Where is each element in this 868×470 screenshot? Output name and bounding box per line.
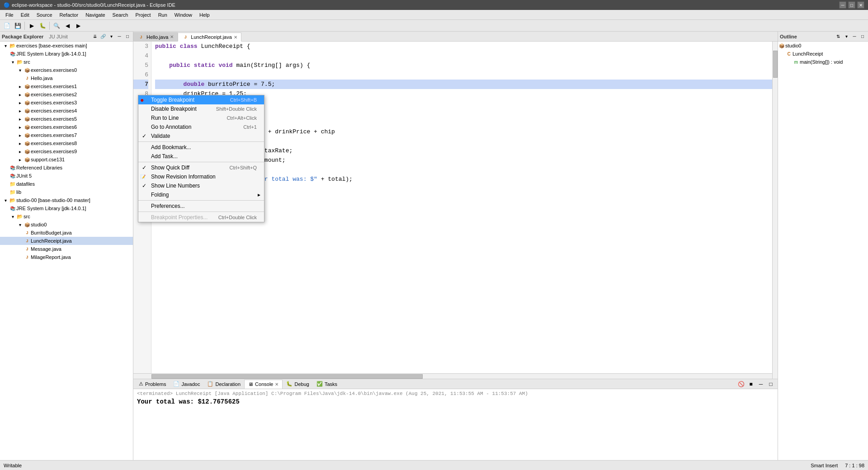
- tree-studio-jre[interactable]: 📚 JRE System Library [jdk-14.0.1]: [0, 204, 133, 212]
- context-menu-show-revision[interactable]: 📝 Show Revision Information: [138, 172, 264, 181]
- menu-project[interactable]: Project: [132, 11, 154, 19]
- toolbar-debug[interactable]: 🐛: [38, 21, 47, 31]
- expand-icon: ▸: [16, 107, 24, 114]
- close-hello-tab[interactable]: ✕: [170, 34, 174, 39]
- tab-debug[interactable]: 🐛 Debug: [283, 380, 312, 389]
- tree-ref-libraries[interactable]: 📚 Referenced Libraries: [0, 164, 133, 172]
- context-menu-show-line-numbers[interactable]: ✓ Show Line Numbers: [138, 181, 264, 190]
- minimize-button[interactable]: ─: [839, 1, 846, 9]
- code-line: [155, 51, 772, 61]
- tree-exercises6-pkg[interactable]: ▸ 📦 exercises.exercises6: [0, 123, 133, 131]
- outline-lunchreceipt-class[interactable]: C LunchReceipt: [778, 50, 868, 58]
- tree-exercises1-pkg[interactable]: ▸ 📦 exercises.exercises1: [0, 82, 133, 90]
- menu-run[interactable]: Run: [155, 11, 171, 19]
- tree-exercises-project[interactable]: ▾ exercises [base-exercises main]: [0, 42, 133, 50]
- close-lunchreceipt-tab[interactable]: ✕: [234, 35, 237, 40]
- tab-tasks[interactable]: ✅ Tasks: [313, 380, 341, 389]
- tree-exercises9-pkg[interactable]: ▸ 📦 exercises.exercises9: [0, 147, 133, 155]
- console-stop-btn[interactable]: ■: [746, 379, 756, 389]
- maximize-button[interactable]: □: [848, 1, 855, 9]
- outline-minimize-icon[interactable]: ─: [851, 33, 858, 40]
- menu-help[interactable]: Help: [196, 11, 213, 19]
- outline-menu-icon[interactable]: ▾: [843, 33, 850, 40]
- console-maximize-btn[interactable]: □: [766, 379, 776, 389]
- tree-exercises5-pkg[interactable]: ▸ 📦 exercises.exercises5: [0, 115, 133, 123]
- context-menu-add-bookmark[interactable]: Add Bookmark...: [138, 143, 264, 152]
- toolbar-search[interactable]: 🔍: [52, 21, 61, 31]
- context-menu-toggle-breakpoint[interactable]: ● Toggle Breakpoint Ctrl+Shift+B: [138, 95, 264, 104]
- window-title: eclipse-workspace - studio-00/src/studio…: [12, 2, 175, 8]
- context-menu-folding[interactable]: Folding ▸: [138, 190, 264, 199]
- context-menu-add-task[interactable]: Add Task...: [138, 152, 264, 161]
- vertical-scrollbar[interactable]: [772, 42, 778, 379]
- tree-lib[interactable]: lib: [0, 188, 133, 196]
- tree-exercises3-pkg[interactable]: ▸ 📦 exercises.exercises3: [0, 99, 133, 107]
- context-menu: ● Toggle Breakpoint Ctrl+Shift+B Disable…: [138, 95, 264, 222]
- tab-javadoc[interactable]: 📄 Javadoc: [170, 380, 203, 389]
- tree-studio-src[interactable]: ▾ src: [0, 212, 133, 221]
- outline-studio0[interactable]: 📦 studio0: [778, 42, 868, 50]
- package-explorer-panel: Package Explorer JU JUnit ⇊ 🔗 ▾ ─ □ ▾ ex…: [0, 32, 133, 460]
- tree-support-pkg[interactable]: ▸ 📦 support.cse131: [0, 155, 133, 164]
- console-terminated-text: <terminated> LunchReceipt [Java Applicat…: [137, 391, 774, 396]
- tree-exercises0-pkg[interactable]: ▾ 📦 exercises.exercises0: [0, 66, 133, 74]
- java-tab-icon: J: [137, 33, 145, 41]
- toolbar-forward[interactable]: ▶: [73, 21, 83, 31]
- panel-menu-icon[interactable]: ▾: [108, 33, 115, 40]
- tab-hello-java[interactable]: J Hello.java ✕: [133, 32, 178, 41]
- tree-milage-java[interactable]: J MilageReport.java: [0, 253, 133, 261]
- menu-search[interactable]: Search: [109, 11, 132, 19]
- tree-studio00-project[interactable]: ▾ studio-00 [base-studio-00 master]: [0, 196, 133, 204]
- toolbar-save[interactable]: 💾: [13, 21, 23, 31]
- close-button[interactable]: ✕: [857, 1, 864, 9]
- menu-file[interactable]: File: [2, 11, 17, 19]
- tree-exercises8-pkg[interactable]: ▸ 📦 exercises.exercises8: [0, 139, 133, 147]
- context-menu-show-quick-diff[interactable]: ✓ Show Quick Diff Ctrl+Shift+Q: [138, 163, 264, 172]
- menu-window[interactable]: Window: [171, 11, 196, 19]
- toolbar-run[interactable]: ▶: [27, 21, 37, 31]
- context-menu-validate[interactable]: ✓ Validate: [138, 132, 264, 141]
- tree-message-java[interactable]: J Message.java: [0, 245, 133, 253]
- outline-main-method[interactable]: m main(String[]) : void: [778, 58, 868, 66]
- menu-edit[interactable]: Edit: [17, 11, 33, 19]
- junit-tab[interactable]: JU JUnit: [49, 34, 68, 39]
- link-with-editor-icon[interactable]: 🔗: [99, 33, 107, 40]
- console-minimize-btn[interactable]: ─: [756, 379, 766, 389]
- outline-maximize-icon[interactable]: □: [859, 33, 866, 40]
- tree-hello-java[interactable]: J Hello.java: [0, 74, 133, 82]
- tab-problems[interactable]: ⚠ Problems: [135, 380, 170, 389]
- tree-exercises7-pkg[interactable]: ▸ 📦 exercises.exercises7: [0, 131, 133, 139]
- menu-navigate[interactable]: Navigate: [82, 11, 108, 19]
- collapse-all-icon[interactable]: ⇊: [91, 33, 99, 40]
- panel-minimize-icon[interactable]: ─: [116, 33, 123, 40]
- tree-budget-java[interactable]: J BurritoBudget.java: [0, 229, 133, 237]
- tree-exercises2-pkg[interactable]: ▸ 📦 exercises.exercises2: [0, 90, 133, 99]
- tab-lunchreceipt-java[interactable]: J LunchReceipt.java ✕: [178, 33, 241, 42]
- context-menu-disable-breakpoint[interactable]: Disable Breakpoint Shift+Double Click: [138, 104, 264, 113]
- tree-junit5[interactable]: 📚 JUnit 5: [0, 172, 133, 180]
- console-clear-btn[interactable]: 🚫: [736, 379, 746, 389]
- menu-source[interactable]: Source: [33, 11, 56, 19]
- tab-console[interactable]: 🖥 Console ✕: [244, 380, 283, 389]
- tree-studio0-pkg[interactable]: ▾ 📦 studio0: [0, 221, 133, 229]
- tree-exercises-src[interactable]: ▾ src: [0, 58, 133, 66]
- tab-declaration[interactable]: 📋 Declaration: [203, 380, 244, 389]
- tree-datafiles[interactable]: datafiles: [0, 180, 133, 188]
- context-menu-preferences[interactable]: Preferences...: [138, 202, 264, 211]
- menu-refactor[interactable]: Refactor: [56, 11, 82, 19]
- close-console-tab[interactable]: ✕: [275, 382, 278, 387]
- panel-maximize-icon[interactable]: □: [124, 33, 131, 40]
- toolbar-new[interactable]: 📄: [2, 21, 12, 31]
- project-icon: [9, 197, 16, 204]
- tree-exercises-jre[interactable]: 📚 JRE System Library [jdk-14.0.1]: [0, 50, 133, 58]
- tree-lunchreceipt-java[interactable]: J LunchReceipt.java: [0, 237, 133, 245]
- package-explorer-tab[interactable]: Package Explorer: [2, 34, 43, 39]
- context-menu-sep-1: [138, 141, 264, 142]
- context-menu-run-to-line[interactable]: Run to Line Ctrl+Alt+Click: [138, 113, 264, 122]
- tree-exercises4-pkg[interactable]: ▸ 📦 exercises.exercises4: [0, 107, 133, 115]
- outline-sort-icon[interactable]: ⇅: [835, 33, 842, 40]
- toolbar-back[interactable]: ◀: [62, 21, 72, 31]
- expand-icon: ▸: [16, 99, 24, 106]
- horizontal-scrollbar[interactable]: [133, 373, 772, 379]
- context-menu-goto-annotation[interactable]: Go to Annotation Ctrl+1: [138, 122, 264, 132]
